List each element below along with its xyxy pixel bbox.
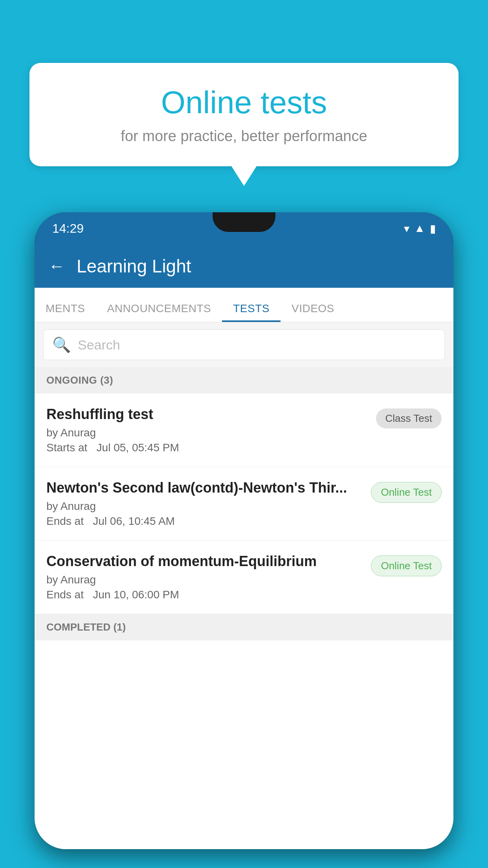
tab-tests[interactable]: TESTS (222, 288, 281, 322)
app-bar-title: Learning Light (77, 256, 191, 277)
phone-screen: ← Learning Light MENTS ANNOUNCEMENTS TES… (35, 245, 453, 849)
test-badge: Online Test (371, 482, 442, 503)
phone-notch (213, 212, 275, 232)
ongoing-section-header: ONGOING (3) (35, 367, 453, 394)
bubble-title: Online tests (53, 85, 435, 121)
test-name: Reshuffling test (46, 406, 368, 423)
search-icon: 🔍 (52, 336, 71, 353)
status-time: 14:29 (52, 221, 84, 236)
test-item[interactable]: Newton's Second law(contd)-Newton's Thir… (35, 467, 453, 541)
speech-bubble: Online tests for more practice, better p… (29, 63, 459, 166)
test-date: Ends at Jul 06, 10:45 AM (46, 515, 363, 528)
search-input-wrapper[interactable]: 🔍 Search (43, 329, 445, 360)
test-item[interactable]: Reshuffling test by Anurag Starts at Jul… (35, 394, 453, 467)
back-arrow-icon[interactable]: ← (48, 257, 65, 276)
search-placeholder: Search (78, 337, 120, 353)
test-info: Conservation of momentum-Equilibrium by … (46, 553, 363, 601)
test-date: Ends at Jun 10, 06:00 PM (46, 588, 363, 601)
battery-icon: ▮ (430, 222, 436, 235)
phone-wrapper: 14:29 ▾ ▲ ▮ ← Learning Light MENTS ANNOU… (35, 212, 453, 868)
test-info: Newton's Second law(contd)-Newton's Thir… (46, 480, 363, 528)
test-date: Starts at Jul 05, 05:45 PM (46, 441, 368, 454)
test-list: Reshuffling test by Anurag Starts at Jul… (35, 394, 453, 849)
status-icons: ▾ ▲ ▮ (404, 222, 436, 235)
tab-announcements[interactable]: ANNOUNCEMENTS (96, 288, 222, 322)
tab-videos[interactable]: VIDEOS (281, 288, 345, 322)
phone-frame: 14:29 ▾ ▲ ▮ ← Learning Light MENTS ANNOU… (35, 212, 453, 849)
signal-icon: ▲ (414, 222, 425, 235)
test-name: Conservation of momentum-Equilibrium (46, 553, 363, 570)
tab-ments[interactable]: MENTS (35, 288, 96, 322)
test-name: Newton's Second law(contd)-Newton's Thir… (46, 480, 363, 496)
wifi-icon: ▾ (404, 222, 409, 235)
app-bar: ← Learning Light (35, 245, 453, 288)
search-container: 🔍 Search (35, 322, 453, 367)
test-by: by Anurag (46, 500, 363, 513)
completed-section-header: COMPLETED (1) (35, 614, 453, 640)
test-item[interactable]: Conservation of momentum-Equilibrium by … (35, 541, 453, 614)
test-by: by Anurag (46, 574, 363, 586)
test-badge: Online Test (371, 555, 442, 576)
test-by: by Anurag (46, 427, 368, 439)
bubble-subtitle: for more practice, better performance (53, 128, 435, 145)
tabs-bar: MENTS ANNOUNCEMENTS TESTS VIDEOS (35, 288, 453, 322)
test-info: Reshuffling test by Anurag Starts at Jul… (46, 406, 368, 454)
test-badge: Class Test (376, 408, 442, 428)
